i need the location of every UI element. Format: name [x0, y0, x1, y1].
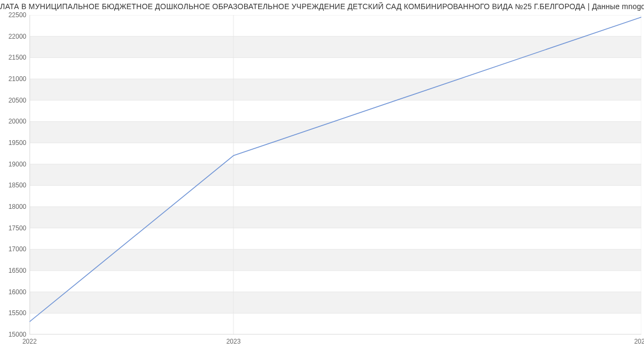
plot-area: [30, 15, 641, 335]
svg-rect-5: [30, 79, 641, 100]
y-tick-label: 17500: [0, 224, 26, 232]
x-tick-label: 2025: [634, 338, 644, 345]
svg-rect-6: [30, 37, 641, 58]
y-tick-label: 16500: [0, 267, 26, 274]
y-tick-label: 19500: [0, 139, 26, 147]
svg-rect-4: [30, 121, 641, 143]
y-tick-label: 20500: [0, 97, 26, 104]
y-tick-label: 20000: [0, 118, 26, 125]
y-tick-label: 21500: [0, 54, 26, 61]
chart-container: ЛАТА В МУНИЦИПАЛЬНОЕ БЮДЖЕТНОЕ ДОШКОЛЬНО…: [0, 0, 644, 349]
svg-rect-3: [30, 164, 641, 186]
svg-rect-2: [30, 207, 641, 228]
y-tick-label: 18000: [0, 203, 26, 210]
plot-svg: [30, 15, 641, 335]
y-tick-label: 22000: [0, 33, 26, 40]
y-tick-label: 21000: [0, 75, 26, 83]
y-tick-label: 18500: [0, 181, 26, 189]
y-tick-label: 16000: [0, 288, 26, 296]
x-tick-label: 2022: [23, 338, 37, 345]
y-tick-label: 15500: [0, 309, 26, 317]
svg-rect-0: [30, 292, 641, 314]
y-tick-label: 17000: [0, 245, 26, 253]
x-tick-label: 2023: [226, 338, 241, 345]
y-tick-label: 15000: [0, 331, 26, 338]
y-tick-label: 19000: [0, 161, 26, 168]
svg-rect-1: [30, 249, 641, 271]
chart-title: ЛАТА В МУНИЦИПАЛЬНОЕ БЮДЖЕТНОЕ ДОШКОЛЬНО…: [0, 2, 644, 11]
y-tick-label: 22500: [0, 11, 26, 19]
